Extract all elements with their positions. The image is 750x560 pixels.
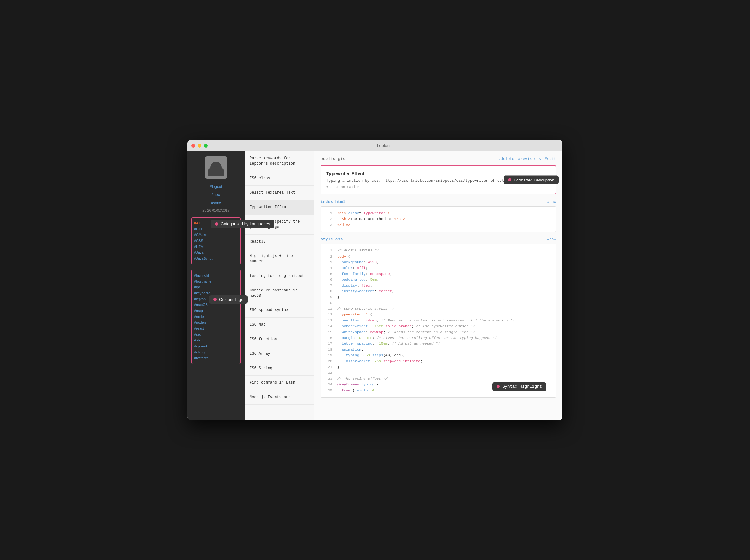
file-raw-html[interactable]: #raw [547,200,556,204]
delete-action[interactable]: #delete [499,157,514,161]
file-header-css: style.css #raw [321,237,556,242]
code-line: 16 margin: 0 auto; /* Gives that scrolli… [321,335,556,341]
code-line: 3 </div> [321,222,556,228]
sidebar-tag-java[interactable]: #Java [194,249,238,256]
syntax-highlight-tooltip: Syntax Highlight [492,382,546,391]
code-block-css: 1/* GLOBAL STYLES */ 2body { 3 backgroun… [321,244,556,398]
code-line: 9} [321,294,556,300]
code-line: 20 blink-caret .75s step-end infinite; [321,359,556,364]
snippet-item-12[interactable]: ES6 Array [244,347,314,361]
tag-textarea[interactable]: #textarea [194,355,238,361]
description-tag: #tags: animation [326,185,550,189]
edit-action[interactable]: #edit [545,157,556,161]
tooltip-dot [215,222,218,225]
main-content: public gist #delete #revisions #edit Typ… [314,152,563,420]
code-line: 17 letter-spacing: .15em; /* Adjust as n… [321,341,556,346]
snippet-item-1[interactable]: ES6 class [244,172,314,186]
code-block-html: 1 <div class="typewriter"> 2 <h1>The cat… [321,206,556,232]
minimize-button[interactable] [198,144,201,147]
sync-link[interactable]: #sync [191,200,241,206]
snippet-item-3[interactable]: Typewriter Effect [244,200,314,215]
tag-map[interactable]: #map [194,308,238,314]
close-button[interactable] [191,144,195,147]
code-line: 5 font-family: monospace; [321,271,556,277]
code-line: 3 background: #333; [321,259,556,265]
code-line: 18 animation: [321,347,556,353]
titlebar: Lepton [187,140,563,152]
syntax-highlight-label: Syntax Highlight [502,384,542,389]
sidebar-meta: 23:26 01/02/2017 [191,208,241,212]
snippet-item-9[interactable]: ES6 spread syntax [244,303,314,318]
code-line: 2 <h1>The cat and the hat.</h1> [321,216,556,222]
snippet-item-7[interactable]: testing for long snippet [244,269,314,283]
tag-set[interactable]: #set [194,332,238,338]
snippet-item-0[interactable]: Parse keywords forLepton's description [244,152,314,172]
app-window: Lepton #logout #new #sync 23:26 01/02/20… [187,140,563,420]
sidebar: #logout #new #sync 23:26 01/02/2017 Cate… [187,152,244,420]
tag-nodejs[interactable]: #nodejs [194,320,238,326]
traffic-lights [191,144,208,147]
avatar [205,157,227,179]
code-line: 6 padding-top: 5em; [321,277,556,282]
gist-actions: #delete #revisions #edit [499,157,556,161]
snippet-item-2[interactable]: Select Textarea Text [244,186,314,200]
tag-hostname[interactable]: #hostname [194,278,238,284]
tag-ipc[interactable]: #ipc [194,284,238,290]
description-box: Typewriter Effect Typing animation by cs… [321,165,556,195]
tag-shell[interactable]: #shell [194,337,238,343]
tag-react[interactable]: #react [194,326,238,332]
file-header-html: index.html #raw [321,200,556,204]
languages-tooltip: Categorized by Languages [210,220,274,228]
window-title: Lepton [208,143,559,148]
revisions-action[interactable]: #revisions [518,157,541,161]
file-name-css: style.css [321,237,343,242]
tag-string[interactable]: #string [194,349,238,355]
logout-link[interactable]: #logout [191,184,241,189]
code-line: 12.typewriter h1 { [321,312,556,317]
code-line: 4 color: #fff; [321,265,556,271]
snippet-item-14[interactable]: Find command in Bash [244,376,314,390]
code-line: 22 [321,370,556,376]
sidebar-tag-html[interactable]: #HTML [194,244,238,250]
code-line: 8 justify-content: center; [321,288,556,294]
snippet-item-8[interactable]: Configure hostname inmacOS [244,283,314,303]
snippet-list: Parse keywords forLepton's description E… [244,152,314,420]
code-line: 19 typing 3.5s steps(40, end), [321,353,556,358]
code-line: 23/* The typing effect */ [321,376,556,382]
tag-highlight[interactable]: #highlight [194,273,238,278]
tags-section: Custom Tags #highlight #hostname #ipc #k… [191,269,241,364]
sidebar-tag-css[interactable]: #CSS [194,238,238,244]
code-line: 21} [321,364,556,370]
avatar-image [210,162,222,173]
file-name-html: index.html [321,200,345,204]
sidebar-tag-javascript[interactable]: #JavaScript [194,256,238,262]
snippet-item-5[interactable]: ReactJS [244,235,314,249]
tag-node[interactable]: #node [194,314,238,320]
tags-tooltip: Custom Tags [209,295,248,304]
code-line: 13 overflow: hidden; /* Ensures the cont… [321,318,556,323]
new-link[interactable]: #new [191,192,241,198]
formatted-description-tooltip: Formatted Description [504,176,559,184]
code-line: 2body { [321,254,556,259]
maximize-button[interactable] [204,144,208,147]
snippet-item-13[interactable]: ES6 String [244,361,314,376]
gist-type-label: public gist [321,157,348,161]
languages-section: Categorized by Languages #All #C++ #CMak… [191,217,241,264]
code-line: 1 <div class="typewriter"> [321,210,556,216]
file-section-html: index.html #raw 1 <div class="typewriter… [321,200,556,232]
formatted-description-label: Formatted Description [514,177,554,182]
tooltip-dot-syntax [496,385,500,388]
snippet-item-15[interactable]: Node.js Events and [244,390,314,405]
code-line: 10 [321,300,556,306]
tooltip-dot-desc [508,178,511,181]
file-raw-css[interactable]: #raw [547,237,556,242]
languages-tooltip-label: Categorized by Languages [221,221,270,226]
snippet-item-10[interactable]: ES6 Map [244,318,314,332]
snippet-item-11[interactable]: ES6 function [244,332,314,347]
code-line: 14 border-right: .15em solid orange; /* … [321,323,556,329]
snippet-item-6[interactable]: Highlight.js + linenumber [244,249,314,269]
code-line: 1/* GLOBAL STYLES */ [321,248,556,254]
sidebar-tag-cmake[interactable]: #CMake [194,232,238,238]
app-body: #logout #new #sync 23:26 01/02/2017 Cate… [187,152,563,420]
tag-spread[interactable]: #spread [194,343,238,349]
